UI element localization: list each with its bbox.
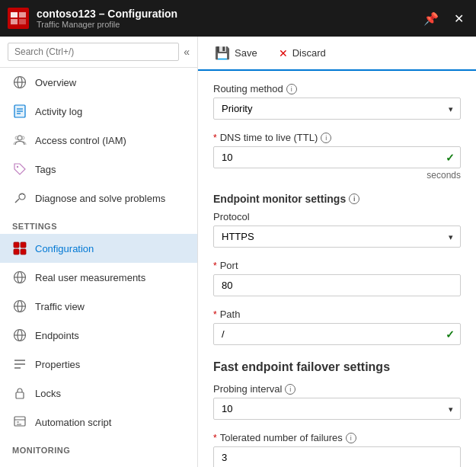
nav-item-traffic-view[interactable]: Traffic view xyxy=(0,292,197,321)
tolerated-failures-info-icon[interactable]: i xyxy=(346,433,356,443)
svg-rect-19 xyxy=(21,242,26,248)
toolbar: 💾 Save ✕ Discard xyxy=(198,37,476,71)
app-title: contoso123 – Configuration xyxy=(37,8,419,21)
protocol-group: Protocol HTTP HTTPS TCP ▾ xyxy=(213,211,461,248)
nav-item-diagnose[interactable]: Diagnose and solve problems xyxy=(0,184,197,213)
nav-item-endpoints[interactable]: Endpoints xyxy=(0,321,197,350)
endpoint-monitor-info-icon[interactable]: i xyxy=(349,194,359,204)
fast-endpoint-title: Fast endpoint failover settings xyxy=(213,360,461,374)
app-subtitle: Traffic Manager profile xyxy=(37,20,419,29)
path-input[interactable] xyxy=(213,323,461,345)
svg-rect-1 xyxy=(19,12,26,18)
nav-label-configuration: Configuration xyxy=(35,243,94,254)
probing-interval-select[interactable]: 10 30 xyxy=(213,398,461,420)
protocol-label: Protocol xyxy=(213,211,461,222)
protocol-select-wrapper: HTTP HTTPS TCP ▾ xyxy=(213,226,461,248)
svg-point-14 xyxy=(17,166,18,168)
nav-label-activity-log: Activity log xyxy=(35,106,82,117)
routing-method-select[interactable]: Priority Weighted Performance Geographic… xyxy=(213,98,461,120)
routing-method-info-icon[interactable]: i xyxy=(286,84,297,94)
monitoring-section-label: MONITORING xyxy=(0,437,197,458)
port-required: * xyxy=(213,261,217,271)
nav-item-real-user[interactable]: Real user measurements xyxy=(0,263,197,292)
dns-ttl-input-wrapper: ✓ xyxy=(213,146,461,168)
svg-rect-3 xyxy=(19,19,26,24)
nav-label-diagnose: Diagnose and solve problems xyxy=(35,193,165,204)
discard-button[interactable]: ✕ Discard xyxy=(274,44,331,62)
dns-ttl-info-icon[interactable]: i xyxy=(321,133,331,143)
routing-method-label: Routing method i xyxy=(213,83,461,94)
nav-label-properties: Properties xyxy=(35,359,80,370)
search-input[interactable] xyxy=(8,43,179,61)
endpoint-monitor-label: Endpoint monitor settings i xyxy=(213,193,461,205)
nav-item-configuration[interactable]: Configuration xyxy=(0,234,197,263)
dns-ttl-input[interactable] xyxy=(213,146,461,168)
nav-item-tags[interactable]: Tags xyxy=(0,155,197,184)
content-panel: 💾 Save ✕ Discard Routing method i Priori… xyxy=(198,37,476,467)
dns-ttl-required: * xyxy=(213,133,217,143)
configuration-icon xyxy=(12,241,27,256)
path-check-icon: ✓ xyxy=(446,328,455,341)
routing-method-group: Routing method i Priority Weighted Perfo… xyxy=(213,83,461,120)
svg-rect-21 xyxy=(21,249,26,254)
svg-rect-2 xyxy=(11,19,18,24)
fast-endpoint-section: Fast endpoint failover settings Probing … xyxy=(213,360,461,467)
probing-interval-info-icon[interactable]: i xyxy=(285,384,296,395)
nav-label-overview: Overview xyxy=(35,77,76,88)
nav-item-access-control[interactable]: Access control (IAM) xyxy=(0,126,197,155)
close-button[interactable]: ✕ xyxy=(449,10,468,27)
save-button[interactable]: 💾 Save xyxy=(210,43,262,63)
nav-item-properties[interactable]: Properties xyxy=(0,350,197,379)
probing-interval-label: Probing interval i xyxy=(213,383,461,395)
discard-icon: ✕ xyxy=(279,47,288,59)
port-input[interactable] xyxy=(213,274,461,296)
collapse-sidebar-button[interactable]: « xyxy=(184,46,190,58)
port-group: * Port xyxy=(213,260,461,296)
svg-line-15 xyxy=(15,199,19,203)
path-input-wrapper: ✓ xyxy=(213,323,461,345)
nav-item-activity-log[interactable]: Activity log xyxy=(0,97,197,126)
endpoint-monitor-section: Endpoint monitor settings i Protocol HTT… xyxy=(213,193,461,345)
nav-label-automation: Automation script xyxy=(35,417,111,428)
dns-ttl-group: * DNS time to live (TTL) i ✓ seconds xyxy=(213,132,461,181)
nav-item-automation[interactable]: Automation script xyxy=(0,408,197,437)
dns-ttl-check-icon: ✓ xyxy=(446,152,455,164)
sidebar: « Overview Activity xyxy=(0,37,198,467)
search-bar: « xyxy=(0,37,197,68)
discard-label: Discard xyxy=(292,47,326,59)
settings-section-label: SETTINGS xyxy=(0,213,197,234)
pin-button[interactable]: 📌 xyxy=(419,10,443,27)
tags-icon xyxy=(12,162,27,177)
protocol-select[interactable]: HTTP HTTPS TCP xyxy=(213,226,461,248)
dns-ttl-hint: seconds xyxy=(213,170,461,181)
tolerated-failures-input[interactable] xyxy=(213,446,461,467)
main-layout: « Overview Activity xyxy=(0,37,476,467)
nav-item-overview[interactable]: Overview xyxy=(0,68,197,97)
nav-label-endpoints: Endpoints xyxy=(35,330,79,341)
endpoints-icon xyxy=(12,328,27,343)
app-logo xyxy=(8,8,29,29)
probing-interval-group: Probing interval i 10 30 ▾ xyxy=(213,383,461,420)
path-label: * Path xyxy=(213,309,461,320)
overview-icon xyxy=(12,75,27,90)
title-bar: contoso123 – Configuration Traffic Manag… xyxy=(0,0,476,37)
tolerated-failures-label: * Tolerated number of failures i xyxy=(213,432,461,443)
svg-rect-20 xyxy=(14,249,19,254)
port-label: * Port xyxy=(213,260,461,271)
path-group: * Path ✓ xyxy=(213,309,461,345)
form-area: Routing method i Priority Weighted Perfo… xyxy=(198,71,476,467)
save-icon: 💾 xyxy=(215,46,230,60)
nav-item-locks[interactable]: Locks xyxy=(0,379,197,408)
nav-label-access-control: Access control (IAM) xyxy=(35,135,126,146)
tolerated-failures-required: * xyxy=(213,433,217,443)
traffic-view-icon xyxy=(12,299,27,314)
path-required: * xyxy=(213,309,217,320)
nav-label-tags: Tags xyxy=(35,164,56,175)
svg-rect-18 xyxy=(14,242,19,248)
svg-rect-0 xyxy=(11,12,18,18)
nav-label-traffic-view: Traffic view xyxy=(35,301,85,312)
automation-icon xyxy=(12,414,27,430)
dns-ttl-label: * DNS time to live (TTL) i xyxy=(213,132,461,143)
properties-icon xyxy=(12,357,27,372)
title-bar-text: contoso123 – Configuration Traffic Manag… xyxy=(37,8,419,30)
